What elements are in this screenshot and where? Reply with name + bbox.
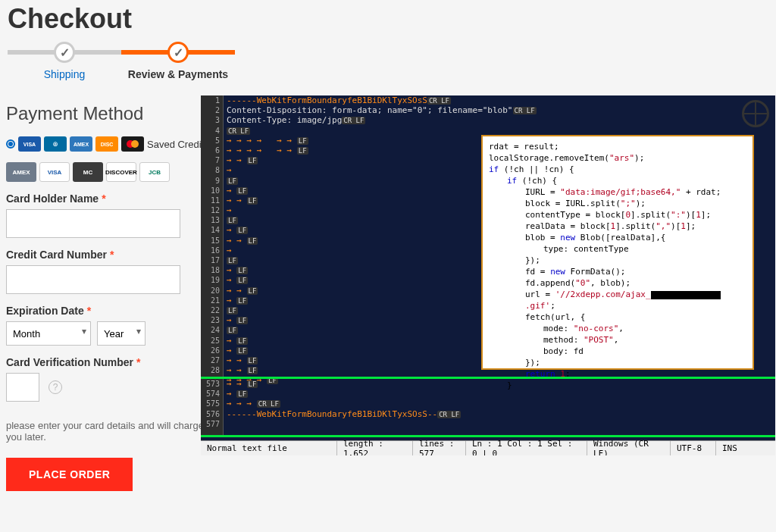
step-review: ✓ Review & Payments — [121, 50, 235, 80]
help-icon[interactable]: ? — [48, 380, 62, 394]
diners-icon: ◎ — [44, 136, 67, 152]
cvv-input[interactable] — [6, 373, 39, 402]
visa-icon: VISA — [39, 162, 70, 182]
status-enc: UTF-8 — [671, 441, 716, 455]
status-length: length : 1,652 — [337, 441, 413, 455]
status-eol: Windows (CR LF) — [587, 441, 671, 455]
editor-bottom-block: 573574575576577 → → LF → LF → → → CR LF … — [201, 377, 775, 437]
step-shipping-label[interactable]: Shipping — [44, 68, 86, 80]
amex-icon: AMEX — [70, 136, 92, 152]
jcb-icon: JCB — [139, 162, 170, 182]
editor-panel: 1234567891011121314151617181920212223242… — [201, 95, 775, 455]
cvv-label: Card Verification Number* — [6, 356, 205, 368]
discover-icon: DISCOVER — [106, 162, 136, 182]
card-number-input[interactable] — [6, 265, 180, 294]
page-title: Checkout — [0, 0, 776, 42]
exp-year-select[interactable]: Year — [97, 321, 146, 346]
mastercard-icon — [121, 136, 144, 152]
card-holder-input[interactable] — [6, 209, 180, 238]
redacted-url — [651, 291, 721, 299]
exp-month-select[interactable]: Month — [6, 321, 91, 346]
status-lines: lines : 577 — [413, 441, 466, 455]
payment-panel: Payment Method VISA ◎ AMEX DISC Saved Cr… — [0, 103, 205, 491]
ccn-label: Credit Card Number* — [6, 249, 205, 261]
step-shipping[interactable]: ✓ Shipping — [8, 50, 121, 80]
payment-heading: Payment Method — [6, 103, 205, 124]
status-type: Normal text file — [201, 441, 337, 455]
saved-credit-label: Saved Credit — [147, 139, 204, 150]
editor-statusbar: Normal text file length : 1,652 lines : … — [201, 440, 775, 455]
place-order-button[interactable]: PLACE ORDER — [6, 458, 133, 491]
checkout-progress: ✓ Shipping ✓ Review & Payments — [0, 42, 776, 95]
charge-note: please enter your card details and will … — [6, 420, 205, 443]
svg-point-1 — [131, 140, 139, 148]
mastercard-icon: MC — [73, 162, 103, 182]
step-review-label: Review & Payments — [128, 68, 228, 80]
inset-code: rdat = result; localStorage.removeItem("… — [481, 135, 754, 370]
amex-icon: AMEX — [6, 162, 36, 182]
exp-label: Expiration Date* — [6, 305, 205, 317]
status-ins: INS — [716, 441, 743, 455]
visa-icon: VISA — [18, 136, 41, 152]
status-pos: Ln : 1 Col : 1 Sel : 0 | 0 — [466, 441, 587, 455]
holder-label: Card Holder Name* — [6, 192, 205, 205]
accepted-cards: AMEX VISA MC DISCOVER JCB — [6, 162, 205, 182]
radio-saved[interactable] — [6, 139, 15, 149]
check-icon: ✓ — [167, 42, 189, 63]
saved-card-row[interactable]: VISA ◎ AMEX DISC Saved Credit — [6, 136, 205, 152]
check-icon: ✓ — [54, 42, 75, 63]
discover-icon: DISC — [95, 136, 118, 152]
